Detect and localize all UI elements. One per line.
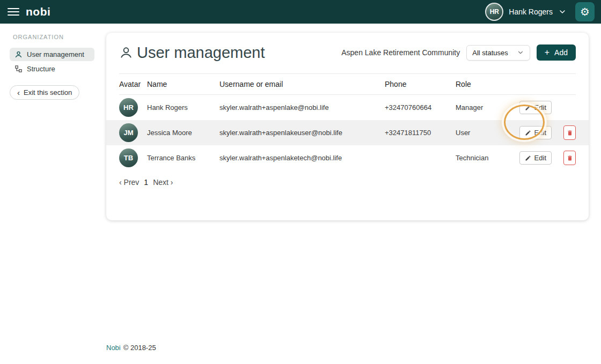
avatar-cell: TB — [119, 145, 147, 170]
role-cell: Technician — [456, 145, 509, 170]
avatar-cell: HR — [119, 95, 147, 121]
status-filter-value: All statuses — [472, 49, 508, 57]
footer-copyright: © 2018-25 — [123, 344, 156, 352]
avatar: JM — [119, 123, 138, 142]
trash-icon — [567, 155, 573, 161]
table-row: HR Hank Rogers skyler.walrath+aspenlake@… — [119, 95, 576, 121]
footer-brand-link[interactable]: Nobi — [106, 344, 121, 352]
name-cell: Jessica Moore — [147, 120, 219, 145]
pencil-icon — [525, 105, 531, 111]
topbar: nobi HR Hank Rogers ⚙ — [0, 0, 601, 24]
hamburger-menu-icon[interactable] — [8, 8, 19, 16]
email-cell: skyler.walrath+aspenlake@nobi.life — [219, 95, 385, 121]
column-header-email: Username or email — [219, 74, 385, 95]
header-controls: Aspen Lake Retirement Community All stat… — [341, 44, 576, 61]
settings-button[interactable]: ⚙ — [575, 2, 595, 21]
plus-icon: + — [545, 48, 549, 57]
sidebar: ORGANIZATION User management Structure ‹… — [0, 24, 100, 100]
trash-icon — [567, 130, 573, 136]
actions-cell: Edit — [509, 120, 576, 145]
title-group: User management — [119, 44, 265, 62]
app-logo[interactable]: nobi — [26, 5, 50, 18]
page-title: User management — [137, 44, 265, 62]
role-cell: User — [456, 120, 509, 145]
phone-cell: +32471811750 — [385, 120, 456, 145]
edit-button-label: Edit — [534, 154, 546, 162]
sidebar-item-user-management[interactable]: User management — [10, 48, 94, 61]
delete-placeholder — [563, 100, 576, 115]
gear-icon: ⚙ — [580, 5, 590, 18]
status-filter-dropdown[interactable]: All statuses — [466, 45, 530, 61]
current-page-number[interactable]: 1 — [144, 178, 148, 187]
user-avatar[interactable]: HR — [485, 3, 503, 21]
name-cell: Terrance Banks — [147, 145, 219, 170]
avatar-cell: JM — [119, 120, 147, 145]
prev-page-button[interactable]: ‹ Prev — [119, 178, 139, 187]
avatar: HR — [119, 98, 138, 117]
users-table: Avatar Name Username or email Phone Role… — [119, 73, 576, 170]
phone-cell: +32470760664 — [385, 95, 456, 121]
chevron-down-icon — [558, 8, 567, 16]
user-title-icon — [119, 46, 133, 60]
card-header: User management Aspen Lake Retirement Co… — [119, 40, 576, 65]
user-management-card: User management Aspen Lake Retirement Co… — [106, 33, 589, 220]
edit-button[interactable]: Edit — [519, 126, 552, 139]
add-button-label: Add — [554, 48, 568, 57]
chevron-left-icon: ‹ — [17, 88, 20, 96]
actions-cell: Edit — [509, 95, 576, 121]
sidebar-section-label: ORGANIZATION — [13, 34, 100, 40]
column-header-phone: Phone — [385, 74, 456, 95]
user-name: Hank Rogers — [509, 8, 553, 16]
table-row: TB Terrance Banks skyler.walrath+aspenla… — [119, 145, 576, 170]
edit-button[interactable]: Edit — [519, 101, 552, 114]
name-cell: Hank Rogers — [147, 95, 219, 121]
user-icon — [14, 50, 23, 58]
edit-button-label: Edit — [534, 129, 546, 137]
sidebar-item-label: Structure — [27, 65, 55, 73]
email-cell: skyler.walrath+aspenlakeuser@nobi.life — [219, 120, 385, 145]
add-user-button[interactable]: + Add — [537, 44, 576, 61]
column-header-name: Name — [147, 74, 219, 95]
pencil-icon — [525, 130, 531, 136]
community-name: Aspen Lake Retirement Community — [341, 48, 460, 57]
sidebar-item-label: User management — [27, 50, 84, 58]
delete-button[interactable] — [563, 151, 576, 165]
exit-section-label: Exit this section — [24, 88, 72, 96]
chevron-down-icon — [517, 49, 524, 56]
avatar: TB — [119, 148, 138, 167]
user-menu[interactable]: HR Hank Rogers ⚙ — [485, 2, 595, 21]
structure-icon — [14, 65, 23, 73]
delete-button[interactable] — [563, 125, 576, 140]
edit-button[interactable]: Edit — [519, 151, 552, 165]
exit-section-button[interactable]: ‹ Exit this section — [10, 85, 79, 100]
actions-cell: Edit — [509, 145, 576, 170]
pagination: ‹ Prev 1 Next › — [119, 178, 576, 187]
edit-button-label: Edit — [534, 103, 546, 112]
column-header-role: Role — [456, 74, 509, 95]
pencil-icon — [525, 155, 531, 161]
role-cell: Manager — [456, 95, 509, 121]
footer: Nobi © 2018-25 — [106, 344, 156, 352]
sidebar-item-structure[interactable]: Structure — [10, 62, 94, 76]
next-page-button[interactable]: Next › — [153, 178, 173, 187]
table-row: JM Jessica Moore skyler.walrath+aspenlak… — [119, 120, 576, 145]
phone-cell — [385, 145, 456, 170]
table-header-row: Avatar Name Username or email Phone Role — [119, 74, 576, 95]
email-cell: skyler.walrath+aspenlaketech@nobi.life — [219, 145, 385, 170]
column-header-avatar: Avatar — [119, 74, 147, 95]
column-header-actions — [509, 74, 576, 95]
